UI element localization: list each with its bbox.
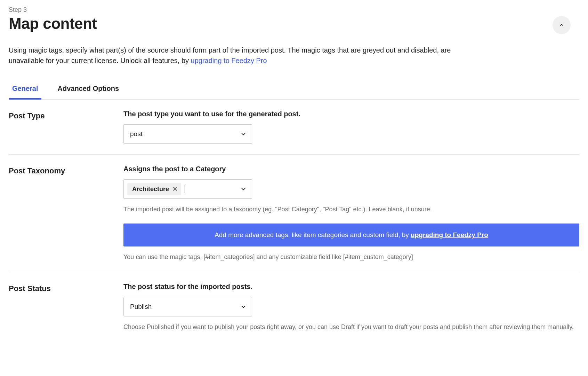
post-status-helper: Choose Published if you want to publish … [123,323,579,331]
chevron-up-icon [558,22,565,28]
section-post-type: Post Type The post type you want to use … [9,100,579,155]
section-title-post-taxonomy: Post Taxonomy [9,165,123,261]
upgrade-link[interactable]: upgrading to Feedzy Pro [191,57,267,64]
post-type-value: post [130,130,143,138]
chevron-down-icon [240,303,247,310]
banner-upgrade-link[interactable]: upgrading to Feedzy Pro [411,231,488,238]
intro-text: Using magic tags, specify what part(s) o… [9,45,468,66]
taxonomy-chip-label: Architecture [132,186,169,193]
collapse-button[interactable] [553,16,571,34]
remove-chip-button[interactable]: ✕ [172,186,178,192]
post-type-select[interactable]: post [123,124,252,144]
chevron-down-icon [240,131,247,138]
field-label-post-type: The post type you want to use for the ge… [123,110,579,118]
field-label-post-status: The post status for the imported posts. [123,283,579,291]
taxonomy-helper-2: You can use the magic tags, [#item_categ… [123,253,579,261]
section-title-post-status: Post Status [9,283,123,331]
page-title: Map content [9,15,579,32]
text-cursor [185,185,185,193]
tab-advanced[interactable]: Advanced Options [54,81,122,100]
tab-bar: General Advanced Options [9,81,579,100]
upgrade-banner: Add more advanced tags, like item catego… [123,224,579,246]
chevron-down-icon [240,186,247,193]
post-status-select[interactable]: Publish [123,297,252,316]
step-label: Step 3 [9,6,579,14]
tab-general[interactable]: General [9,81,41,100]
section-post-taxonomy: Post Taxonomy Assigns the post to a Cate… [9,155,579,272]
banner-text: Add more advanced tags, like item catego… [215,231,411,238]
field-label-post-taxonomy: Assigns the post to a Category [123,165,579,173]
taxonomy-select[interactable]: Architecture ✕ [123,179,252,199]
taxonomy-helper: The imported post will be assigned to a … [123,205,579,214]
post-status-value: Publish [130,303,152,311]
taxonomy-chip: Architecture ✕ [127,183,181,195]
section-title-post-type: Post Type [9,110,123,144]
section-post-status: Post Status The post status for the impo… [9,272,579,342]
